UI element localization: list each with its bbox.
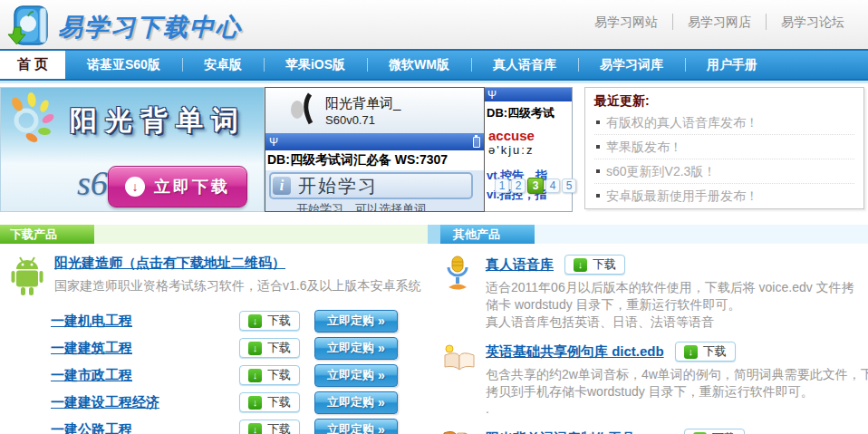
download-arrow-icon: ↓: [684, 345, 698, 359]
order-label: 立即定购: [327, 394, 374, 410]
download-label: 下载: [267, 394, 291, 410]
nav-tab-dict[interactable]: 易学习词库: [578, 51, 685, 79]
db-status-line: DB:四级考试词汇必备 WS:7307: [265, 150, 484, 170]
order-button[interactable]: 立即定购 »: [314, 337, 398, 360]
bullet-icon: [596, 121, 600, 124]
app-logo-icon: [287, 92, 316, 129]
other-product-dict: 英语基础共享例句库 dict.edb ↓ 下载 包含共享的约2w单词音标，4w单…: [428, 331, 868, 418]
download-arrow-icon: ↓: [248, 342, 262, 355]
download-button[interactable]: ↓ 下载: [239, 365, 300, 385]
other-product-link[interactable]: 英语基础共享例句库 dict.edb: [486, 343, 664, 361]
product-link[interactable]: 一建市政工程: [51, 367, 239, 384]
order-label: 立即定购: [327, 340, 374, 356]
product-link[interactable]: 一建机电工程: [51, 313, 239, 330]
download-products-column: 下载产品: [0, 225, 428, 434]
recent-update-link[interactable]: s60更新到V2.3版！: [594, 159, 854, 184]
pagination-page-3-active[interactable]: 3: [527, 178, 544, 194]
site-logo[interactable]: 易学习下载中心: [7, 4, 242, 50]
download-arrow-icon: ↓: [248, 369, 262, 382]
microphone-icon: [442, 255, 478, 331]
tab-other-products[interactable]: 其他产品: [440, 225, 535, 244]
nav-tab-manual[interactable]: 用户手册: [685, 51, 779, 79]
download-arrow-icon: ↓: [248, 314, 262, 328]
order-button[interactable]: 立即定购 »: [314, 310, 398, 333]
other-product-desc: 适合2011年06月以后版本的软件使用，下载后将 voice.edv 文件拷: [486, 279, 868, 296]
download-button[interactable]: ↓ 下载: [564, 255, 625, 275]
product-link[interactable]: 一建建筑工程: [51, 340, 239, 357]
download-arrow-icon: ↓: [248, 396, 262, 410]
pagination-page-4[interactable]: 4: [545, 178, 560, 193]
download-button[interactable]: ↓ 下载: [239, 311, 300, 331]
pagination-page-2[interactable]: 2: [511, 178, 526, 193]
header: 易学习下载中心 易学习网站 易学习网店 易学习论坛: [0, 0, 868, 49]
other-product-link[interactable]: 阳光背单词词库制作工具 UTF8: [486, 430, 673, 434]
nav-tab-home[interactable]: 首 页: [0, 51, 65, 79]
download-rows: 一建机电工程 ↓ 下载 立即定购 » 一建建筑工程 ↓ 下载: [51, 307, 428, 434]
top-link-website[interactable]: 易学习网站: [580, 14, 672, 30]
banner-row: 阳光背单词 s60版 ↓ 立即下载 阳光背单词_ S60v0.71: [0, 83, 868, 216]
download-label: 下载: [267, 421, 291, 434]
other-product-desc: 包含共享的约2w单词音标，4w单词的例句，简明词典需要此文件，下: [486, 366, 868, 383]
recent-update-link[interactable]: 安卓版最新使用手册发布！: [594, 184, 854, 208]
chevron-right-icon: »: [378, 422, 385, 434]
product-link[interactable]: 一建公路工程: [51, 421, 239, 434]
product-link-builder[interactable]: 阳光建造师（点击有下载地址二维码）: [54, 255, 420, 272]
menu-item-label: 开始学习: [298, 174, 378, 198]
banner-download-label: 立即下载: [154, 176, 230, 198]
product-row: 一建建设工程经济 ↓ 下载 立即定购 »: [51, 389, 428, 416]
tab-lead-decor: [428, 225, 440, 244]
download-label: 下载: [703, 343, 727, 360]
other-products-header: 其他产品: [428, 225, 868, 244]
page: 易学习下载中心 易学习网站 易学习网店 易学习论坛 首 页 诺基亚S60版 安卓…: [0, 0, 868, 434]
download-button[interactable]: ↓ 下载: [675, 342, 736, 362]
download-arrow-icon: ↓: [574, 258, 587, 272]
download-label: 下载: [267, 340, 291, 356]
pagination-page-5[interactable]: 5: [562, 178, 576, 193]
download-button[interactable]: ↓ 下载: [239, 338, 300, 358]
product-description: 国家建造师职业资格考试练习软件，适合v1.6及以上版本安卓系统: [54, 278, 420, 294]
top-link-store[interactable]: 易学习网店: [672, 14, 766, 30]
other-product-desc: 拷贝到手机存储卡wordstudy 目录下，重新运行软件即可。: [486, 383, 868, 400]
bullet-icon: [596, 194, 600, 198]
phone-statusbar: Ψ: [265, 133, 484, 150]
recent-update-link[interactable]: 有版权的真人语音库发布！: [594, 111, 854, 135]
app-title: 阳光背单词_: [325, 95, 400, 112]
product-row: 一建机电工程 ↓ 下载 立即定购 »: [51, 307, 428, 334]
nav-tab-android[interactable]: 安卓版: [182, 51, 264, 79]
other-product-desc: 储卡 wordstudy 目录下，重新运行软件即可。: [486, 296, 868, 313]
order-button[interactable]: 立即定购 »: [314, 391, 398, 414]
screenshot-splash: 阳光背单词_ S60v0.71: [265, 88, 484, 133]
site-title: 易学习下载中心: [58, 11, 242, 43]
android-robot-icon: [9, 255, 47, 300]
order-button[interactable]: 立即定购 »: [314, 419, 398, 434]
nav-tab-ios[interactable]: 苹果iOS版: [264, 51, 367, 79]
download-arrow-icon: ↓: [248, 423, 262, 434]
product-row: 一建建筑工程 ↓ 下载 立即定购 »: [51, 334, 428, 362]
order-button[interactable]: 立即定购 »: [314, 364, 398, 387]
app-version: S60v0.71: [325, 113, 400, 127]
other-product-tool: w 阳光背单词词库制作工具 UTF8 ↓ 下载: [428, 418, 868, 434]
tab-download-products[interactable]: 下载产品: [0, 225, 94, 244]
nav-tab-voice[interactable]: 真人语音库: [471, 51, 578, 79]
other-product-link[interactable]: 真人语音库: [486, 256, 554, 274]
banner-download-button[interactable]: ↓ 立即下载: [108, 166, 247, 207]
nav-tab-s60[interactable]: 诺基亚S60版: [65, 51, 182, 79]
phone-statusbar-2: Ψ: [485, 88, 572, 101]
download-button[interactable]: ↓ 下载: [239, 392, 300, 412]
menu-selected-item: i 开始学习: [269, 172, 473, 199]
other-product-desc: 真人语音库包括英语、日语、法语等语音: [486, 313, 868, 331]
download-button[interactable]: ↓ 下载: [239, 420, 300, 434]
word-phonetic: ə'kju:z: [485, 143, 572, 157]
product-link[interactable]: 一建建设工程经济: [51, 394, 239, 411]
download-label: 下载: [267, 313, 291, 329]
order-label: 立即定购: [327, 421, 374, 434]
sun-flower-icon: [4, 92, 60, 148]
download-button[interactable]: ↓ 下载: [684, 429, 745, 434]
nav-tab-wm[interactable]: 微软WM版: [367, 51, 471, 79]
recent-update-link[interactable]: 苹果版发布！: [594, 135, 854, 159]
top-link-forum[interactable]: 易学习论坛: [766, 14, 859, 30]
download-arrow-icon: ↓: [125, 177, 145, 197]
pagination-page-1[interactable]: 1: [495, 178, 509, 193]
chevron-right-icon: »: [378, 313, 385, 328]
menu-item-hint: 开始学习，可以选择单词: [296, 201, 473, 212]
